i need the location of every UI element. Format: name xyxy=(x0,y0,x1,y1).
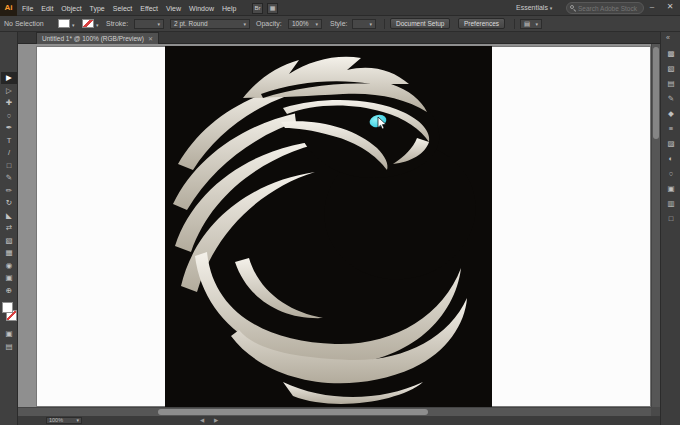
minimize-button[interactable]: – xyxy=(646,2,658,11)
fill-swatch[interactable] xyxy=(58,19,70,28)
placed-image[interactable] xyxy=(165,46,492,407)
menu-help[interactable]: Help xyxy=(222,5,236,12)
chevron-down-icon: ▾ xyxy=(243,20,246,28)
selection-tool[interactable]: ▶ xyxy=(1,72,17,84)
vertical-scrollbar[interactable] xyxy=(651,44,660,407)
paintbrush-tool[interactable]: ✎ xyxy=(1,172,17,184)
chevron-down-icon: ▾ xyxy=(76,418,79,423)
search-input[interactable] xyxy=(578,5,640,12)
stock-search[interactable] xyxy=(566,2,644,14)
stroke-swatch[interactable] xyxy=(82,19,94,28)
zoom-level: 100% xyxy=(49,418,63,423)
workspace-switcher[interactable]: Essentials ▾ xyxy=(516,4,552,11)
status-bar: 100% ▾ ◀ ▶ xyxy=(18,416,660,425)
style-dropdown[interactable]: ▾ xyxy=(352,19,376,29)
document-title: Untitled 1* @ 100% (RGB/Preview) xyxy=(42,35,144,42)
selection-status: No Selection xyxy=(4,20,44,27)
opacity-dropdown[interactable]: 100% ▾ xyxy=(288,19,322,29)
menu-view[interactable]: View xyxy=(166,5,181,12)
expand-panels-icon[interactable]: « xyxy=(666,34,670,41)
stroke-weight-dropdown[interactable]: ▾ xyxy=(134,19,164,29)
brush-value: 2 pt. Round xyxy=(174,20,208,28)
eyedropper-tool[interactable]: ◉ xyxy=(1,260,17,272)
swatches-panel-icon[interactable]: ▤ xyxy=(664,78,678,90)
chevron-down-icon: ▾ xyxy=(550,5,553,11)
gradient-tool[interactable]: ▧ xyxy=(1,235,17,247)
rotate-tool[interactable]: ↻ xyxy=(1,197,17,209)
illustrator-logo: Ai xyxy=(0,0,17,16)
brushes-panel-icon[interactable]: ✎ xyxy=(664,93,678,105)
arrange-documents-icon[interactable]: ▦ xyxy=(267,3,278,14)
draw-mode-icon[interactable]: ▣ xyxy=(1,328,17,340)
artboard-tool[interactable]: ▣ xyxy=(1,272,17,284)
layers-panel-icon[interactable]: ▥ xyxy=(664,198,678,210)
magic-wand-tool[interactable]: ✚ xyxy=(1,97,17,109)
preferences-button[interactable]: Preferences xyxy=(458,18,505,29)
chevron-down-icon: ▾ xyxy=(535,20,538,28)
graphic-styles-panel-icon[interactable]: ▣ xyxy=(664,183,678,195)
menu-window[interactable]: Window xyxy=(189,5,214,12)
vertical-scrollbar-thumb[interactable] xyxy=(653,47,659,139)
color-panel-icon[interactable]: ▩ xyxy=(664,48,678,60)
gradient-panel-icon[interactable]: ▨ xyxy=(664,138,678,150)
chevron-down-icon: ▾ xyxy=(315,20,318,28)
menu-edit[interactable]: Edit xyxy=(41,5,53,12)
scrollbar-corner xyxy=(651,407,660,416)
close-button[interactable]: ✕ xyxy=(664,2,676,11)
fill-color-swatch[interactable] xyxy=(2,302,13,313)
horizontal-scrollbar-thumb[interactable] xyxy=(158,409,428,415)
screen-mode-icon[interactable]: ▤ xyxy=(1,341,17,353)
control-bar: No Selection ▾ ▾ Stroke: ▾ 2 pt. Round ▾… xyxy=(0,16,680,32)
document-tab-bar: Untitled 1* @ 100% (RGB/Preview) ✕ xyxy=(18,32,680,44)
horizontal-scrollbar[interactable] xyxy=(18,407,651,416)
eagle-artwork[interactable] xyxy=(165,46,492,407)
tab-close-icon[interactable]: ✕ xyxy=(148,35,153,42)
transparency-panel-icon[interactable]: ◐ xyxy=(664,153,678,165)
separator xyxy=(384,19,385,29)
line-segment-tool[interactable]: / xyxy=(1,147,17,159)
align-icon: ▤ xyxy=(524,20,530,28)
search-icon xyxy=(570,5,576,11)
pen-tool[interactable]: ✒ xyxy=(1,122,17,134)
workspace-label: Essentials xyxy=(516,4,548,11)
mesh-tool[interactable]: ▦ xyxy=(1,247,17,259)
chevron-down-icon: ▾ xyxy=(157,20,160,28)
fill-caret-icon[interactable]: ▾ xyxy=(72,22,75,28)
width-tool[interactable]: ⇄ xyxy=(1,222,17,234)
menu-file[interactable]: File xyxy=(22,5,33,12)
opacity-label: Opacity: xyxy=(256,20,282,27)
menu-object[interactable]: Object xyxy=(61,5,81,12)
menu-select[interactable]: Select xyxy=(113,5,132,12)
next-artboard-icon[interactable]: ▶ xyxy=(214,417,218,423)
stroke-label: Stroke: xyxy=(106,20,128,27)
stroke-panel-icon[interactable]: ≡ xyxy=(664,123,678,135)
rectangle-tool[interactable]: □ xyxy=(1,160,17,172)
chevron-down-icon: ▾ xyxy=(369,20,372,28)
lasso-tool[interactable]: ○ xyxy=(1,110,17,122)
align-options-button[interactable]: ▤ ▾ xyxy=(520,19,542,29)
opacity-value: 100% xyxy=(292,20,309,28)
tools-panel: ▶ ▷ ✚ ○ ✒ T / □ ✎ ✏ ↻ ◣ ⇄ ▧ ▦ ◉ ▣ ⊕ ▣ ▤ xyxy=(0,32,18,425)
zoom-tool[interactable]: ⊕ xyxy=(1,285,17,297)
document-tab[interactable]: Untitled 1* @ 100% (RGB/Preview) ✕ xyxy=(36,32,159,44)
pencil-tool[interactable]: ✏ xyxy=(1,185,17,197)
appearance-panel-icon[interactable]: ○ xyxy=(664,168,678,180)
direct-selection-tool[interactable]: ▷ xyxy=(1,85,17,97)
illustrator-window: Ai File Edit Object Type Select Effect V… xyxy=(0,0,680,425)
prev-artboard-icon[interactable]: ◀ xyxy=(200,417,204,423)
style-label: Style: xyxy=(330,20,348,27)
menu-bar: Ai File Edit Object Type Select Effect V… xyxy=(0,0,680,16)
stroke-caret-icon[interactable]: ▾ xyxy=(96,22,99,28)
menu-effect[interactable]: Effect xyxy=(140,5,158,12)
mouse-cursor xyxy=(377,116,387,134)
scale-tool[interactable]: ◣ xyxy=(1,210,17,222)
bridge-button[interactable]: Br xyxy=(252,3,263,14)
artboards-panel-icon[interactable]: □ xyxy=(664,213,678,225)
menu-type[interactable]: Type xyxy=(90,5,105,12)
brush-definition-dropdown[interactable]: 2 pt. Round ▾ xyxy=(170,19,250,29)
type-tool[interactable]: T xyxy=(1,135,17,147)
document-setup-button[interactable]: Document Setup xyxy=(390,18,450,29)
symbols-panel-icon[interactable]: ◆ xyxy=(664,108,678,120)
zoom-level-dropdown[interactable]: 100% ▾ xyxy=(46,417,82,424)
color-guide-panel-icon[interactable]: ▧ xyxy=(664,63,678,75)
